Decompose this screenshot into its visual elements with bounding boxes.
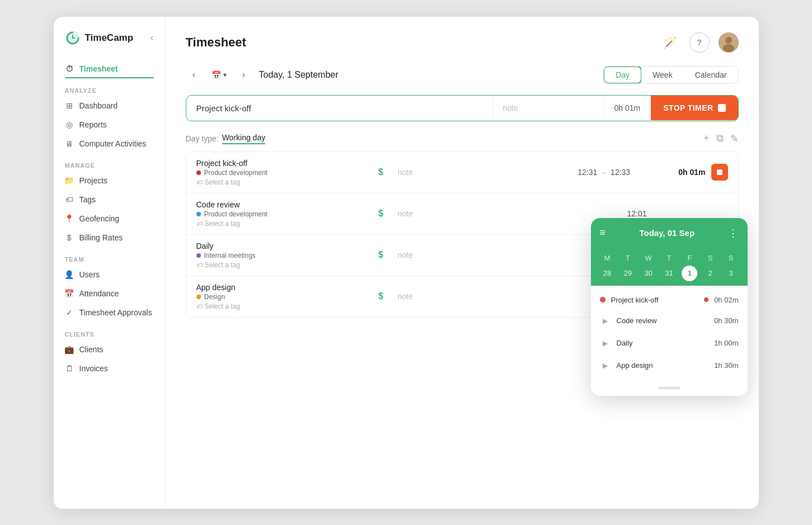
sidebar-item-billing-rates[interactable]: $ Billing Rates [54, 228, 165, 247]
note-field[interactable]: note [492, 96, 604, 120]
timer-duration-display: 0h 01m [604, 96, 651, 120]
sidebar-item-timesheet-approvals[interactable]: ✓ Timesheet Approvals [54, 303, 165, 322]
entry-billing[interactable]: $ [364, 209, 398, 219]
sidebar-item-tags[interactable]: 🏷 Tags [54, 190, 165, 209]
tab-calendar[interactable]: Calendar [684, 67, 738, 83]
cal-date-2[interactable]: 2 [702, 266, 718, 281]
entry-duration: 0h 01m [678, 168, 705, 177]
tab-week[interactable]: Week [641, 67, 684, 83]
day-type-bar: Day type: Working day + ⧉ ✎ [186, 133, 739, 145]
play-button[interactable]: ▶ [600, 338, 611, 349]
cal-label-s1: S [701, 252, 720, 264]
entry-name: Daily [196, 242, 364, 250]
cal-date-29[interactable]: 29 [620, 266, 636, 281]
sidebar-item-computer-activities[interactable]: 🖥 Computer Activities [54, 134, 165, 153]
cal-date-28[interactable]: 28 [599, 266, 615, 281]
entry-project: Product development [196, 169, 364, 177]
view-tabs: Day Week Calendar [603, 66, 738, 84]
entry-time: 12:31 – 12:33 [578, 168, 678, 177]
popup-drag-handle[interactable] [658, 387, 680, 389]
popup-entry-name: Project kick-off [611, 296, 699, 304]
play-button[interactable]: ▶ [600, 315, 611, 327]
sidebar-item-timesheet[interactable]: ⏱ Timesheet [54, 59, 165, 78]
sidebar-collapse-button[interactable]: ‹ [151, 32, 154, 44]
calendar-picker-button[interactable]: 📅 ▾ [207, 68, 231, 82]
stop-timer-button[interactable]: STOP TIMER [651, 96, 738, 120]
entry-note[interactable]: note [398, 168, 578, 177]
sidebar-item-dashboard-label: Dashboard [79, 101, 118, 110]
entry-tag[interactable]: 🏷 Select a tag [196, 178, 364, 186]
sidebar-item-clients[interactable]: 💼 Clients [54, 340, 165, 359]
sidebar-item-invoices[interactable]: 🗒 Invoices [54, 359, 165, 378]
folder-icon: 📁 [65, 176, 74, 185]
cal-date-31[interactable]: 31 [661, 266, 677, 281]
entry-info: Daily Internal meetings 🏷 Select a tag [196, 242, 364, 269]
sidebar-item-projects[interactable]: 📁 Projects [54, 171, 165, 190]
cal-label-f: F [680, 252, 700, 264]
popup-entry-time: 1h 00m [714, 339, 738, 347]
sidebar-item-reports-label: Reports [79, 120, 107, 129]
entry-billing[interactable]: $ [364, 291, 398, 301]
entry-start[interactable]: 12:01 [627, 209, 647, 218]
sidebar-item-reports[interactable]: ◎ Reports [54, 115, 165, 134]
entry-stop-button[interactable] [711, 164, 728, 181]
add-entry-button[interactable]: + [703, 133, 710, 145]
main-header: Timesheet 🪄 ? [186, 32, 739, 53]
entry-end[interactable]: 12:33 [611, 168, 630, 177]
entry-billing[interactable]: $ [364, 250, 398, 260]
prev-date-button[interactable]: ‹ [186, 67, 203, 83]
logo: TimeCamp ‹ [54, 30, 165, 59]
sidebar-item-attendance[interactable]: 📅 Attendance [54, 284, 165, 303]
list-item: Project kick-off 0h 02m [591, 290, 748, 310]
stop-timer-label: STOP TIMER [663, 103, 713, 112]
popup-entry-time: 1h 30m [714, 361, 738, 370]
entry-billing[interactable]: $ [364, 167, 398, 177]
copy-entry-button[interactable]: ⧉ [716, 133, 724, 145]
play-button[interactable]: ▶ [600, 360, 611, 371]
entry-project: Design [196, 293, 364, 301]
sidebar-item-tags-label: Tags [79, 195, 96, 204]
day-type-value[interactable]: Working day [222, 133, 266, 144]
timer-bar: note 0h 01m STOP TIMER [186, 95, 739, 121]
entry-tag[interactable]: 🏷 Select a tag [196, 220, 364, 228]
entry-info: Project kick-off Product development 🏷 S… [196, 159, 364, 186]
cal-date-1[interactable]: 1 [682, 266, 697, 281]
sidebar-item-computer-activities-label: Computer Activities [79, 139, 147, 148]
entry-note[interactable]: note [398, 209, 627, 218]
cal-label-m: M [598, 252, 617, 264]
next-date-button[interactable]: › [236, 67, 252, 83]
table-row: Project kick-off Product development 🏷 S… [186, 152, 738, 193]
entry-project-name: Design [204, 293, 225, 301]
sidebar-item-dashboard[interactable]: ⊞ Dashboard [54, 96, 165, 115]
cal-date-30[interactable]: 30 [641, 266, 656, 281]
help-button[interactable]: ? [689, 32, 710, 53]
list-item: ▶ App design 1h 30m [591, 354, 748, 377]
entry-tag-label: Select a tag [205, 220, 240, 228]
entry-tag[interactable]: 🏷 Select a tag [196, 261, 364, 269]
entry-tag-label: Select a tag [205, 302, 240, 310]
tag-icon-small: 🏷 [196, 220, 203, 227]
popup-bottom [591, 381, 748, 396]
logo-text: TimeCamp [85, 32, 134, 44]
popup-running-dot [600, 297, 606, 302]
tab-day[interactable]: Day [603, 66, 642, 84]
entry-start[interactable]: 12:31 [578, 168, 597, 177]
dashboard-icon: ⊞ [65, 101, 74, 110]
cal-label-w: W [639, 252, 658, 264]
page-title: Timesheet [186, 35, 246, 50]
edit-entry-button[interactable]: ✎ [730, 133, 739, 145]
sidebar-item-users[interactable]: 👤 Users [54, 265, 165, 284]
popup-more-icon[interactable]: ⋮ [728, 227, 738, 239]
sidebar-item-geofencing[interactable]: 📍 Geofencing [54, 209, 165, 228]
entry-tag[interactable]: 🏷 Select a tag [196, 302, 364, 310]
popup-entries: Project kick-off 0h 02m ▶ Code review 0h… [591, 286, 748, 381]
daily-summary-popup: ≡ Today, 01 Sep ⋮ M T W T F S S 28 29 30… [591, 218, 748, 396]
magic-wand-button[interactable]: 🪄 [660, 32, 680, 53]
task-name-input[interactable] [186, 96, 492, 121]
avatar[interactable] [719, 32, 739, 53]
popup-calendar: M T W T F S S 28 29 30 31 1 2 3 [591, 246, 748, 286]
popup-entry-time: 0h 02m [714, 296, 738, 304]
popup-title: Today, 01 Sep [639, 228, 694, 238]
cal-date-3[interactable]: 3 [723, 266, 739, 281]
popup-menu-icon[interactable]: ≡ [600, 227, 606, 239]
